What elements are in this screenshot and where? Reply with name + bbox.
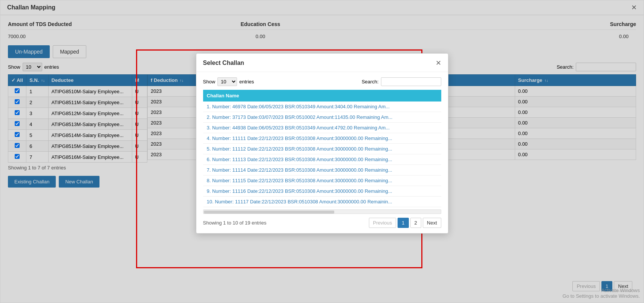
modal-header: Select Challan ✕	[196, 54, 448, 72]
modal-title: Select Challan	[203, 60, 244, 66]
modal-page-1-button[interactable]: 1	[398, 218, 408, 228]
challan-row-text[interactable]: 9. Number: 11116 Date:22/12/2023 BSR:051…	[203, 186, 441, 197]
modal-entries-label: entries	[239, 79, 254, 85]
modal-search-label: Search:	[362, 79, 379, 85]
modal-show-entries: Show 10 25 50 100 entries	[203, 77, 254, 86]
modal-col-challanname: Challan Name	[203, 90, 441, 102]
modal-next-button[interactable]: Next	[423, 218, 441, 228]
select-challan-modal: Select Challan ✕ Show 10 25 50 100 entri…	[196, 53, 448, 234]
modal-showing-text: Showing 1 to 10 of 19 entries	[203, 220, 266, 226]
modal-pagination: Previous 1 2 Next	[369, 218, 441, 228]
modal-entries-select[interactable]: 10 25 50 100	[217, 77, 237, 86]
modal-scrollbar[interactable]	[203, 209, 441, 214]
challan-row-text[interactable]: 5. Number: 11112 Date:22/12/2023 BSR:051…	[203, 144, 441, 154]
modal-bottom: Showing 1 to 10 of 19 entries Previous 1…	[203, 218, 441, 228]
challan-row-text[interactable]: 10. Number: 11117 Date:22/12/2023 BSR:05…	[203, 197, 441, 207]
challan-row-text[interactable]: 2. Number: 37173 Date:03/07/2023 BSR:051…	[203, 112, 441, 123]
modal-controls: Show 10 25 50 100 entries Search:	[203, 77, 441, 86]
challan-row-text[interactable]: 4. Number: 11111 Date:22/12/2023 BSR:051…	[203, 133, 441, 144]
modal-table-row[interactable]: 5. Number: 11112 Date:22/12/2023 BSR:051…	[203, 144, 441, 154]
modal-body: Show 10 25 50 100 entries Search:	[196, 72, 448, 233]
modal-table-row[interactable]: 7. Number: 11114 Date:22/12/2023 BSR:051…	[203, 165, 441, 175]
modal-table-row[interactable]: 6. Number: 11113 Date:22/12/2023 BSR:051…	[203, 154, 441, 165]
modal-table-row[interactable]: 9. Number: 11116 Date:22/12/2023 BSR:051…	[203, 186, 441, 197]
modal-table-row[interactable]: 8. Number: 11115 Date:22/12/2023 BSR:051…	[203, 175, 441, 186]
modal-page-2-button[interactable]: 2	[410, 218, 421, 228]
modal-table-area: Challan Name 1. Number: 46978 Date:06/05…	[203, 90, 441, 207]
modal-previous-button[interactable]: Previous	[369, 218, 396, 228]
modal-backdrop: Select Challan ✕ Show 10 25 50 100 entri…	[0, 0, 644, 303]
modal-table-row[interactable]: 3. Number: 44938 Date:06/05/2023 BSR:051…	[203, 123, 441, 133]
modal-search-input[interactable]	[381, 77, 441, 86]
modal-close-button[interactable]: ✕	[436, 59, 441, 67]
main-window: Challan Mapping ✕ Amount of TDS Deducted…	[0, 0, 644, 303]
challan-row-text[interactable]: 8. Number: 11115 Date:22/12/2023 BSR:051…	[203, 175, 441, 186]
challan-row-text[interactable]: 7. Number: 11114 Date:22/12/2023 BSR:051…	[203, 165, 441, 175]
modal-table-row[interactable]: 10. Number: 11117 Date:22/12/2023 BSR:05…	[203, 197, 441, 207]
modal-table-row[interactable]: 4. Number: 11111 Date:22/12/2023 BSR:051…	[203, 133, 441, 144]
modal-table-row[interactable]: 2. Number: 37173 Date:03/07/2023 BSR:051…	[203, 112, 441, 123]
modal-search: Search:	[362, 77, 441, 86]
modal-challan-table: Challan Name 1. Number: 46978 Date:06/05…	[203, 90, 441, 207]
challan-row-text[interactable]: 3. Number: 44938 Date:06/05/2023 BSR:051…	[203, 123, 441, 133]
challan-row-text[interactable]: 1. Number: 46978 Date:06/05/2023 BSR:051…	[203, 102, 441, 112]
challan-row-text[interactable]: 6. Number: 11113 Date:22/12/2023 BSR:051…	[203, 154, 441, 165]
modal-show-label: Show	[203, 79, 216, 85]
modal-table-row[interactable]: 1. Number: 46978 Date:06/05/2023 BSR:051…	[203, 102, 441, 112]
